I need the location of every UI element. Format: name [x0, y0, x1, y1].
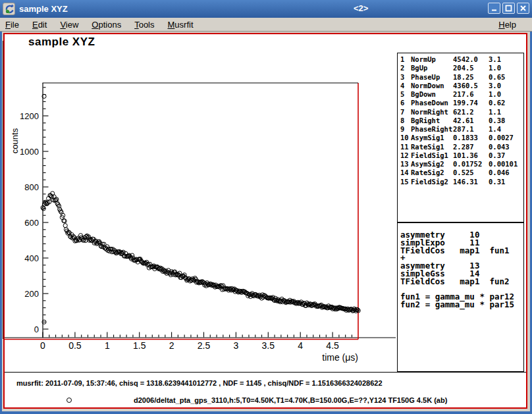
param-name: PhaseUp — [411, 73, 453, 82]
param-value: 621.2 — [453, 108, 489, 116]
param-row: 8BgRight42.610.38 — [400, 116, 523, 125]
param-name: NormDown — [411, 82, 453, 90]
param-row: 13AsymSig20.017520.00101 — [400, 160, 523, 168]
close-button[interactable] — [517, 3, 529, 14]
param-err: 0.31 — [489, 178, 523, 186]
menubar: FileEditViewOptionsToolsMusrfit Help — [0, 18, 532, 32]
param-no: 12 — [400, 151, 411, 160]
param-name: AsymSig2 — [411, 160, 453, 168]
param-err: 1.0 — [489, 64, 523, 72]
param-err: 0.37 — [489, 151, 523, 160]
param-row: 15FieldSig2146.310.31 — [400, 178, 523, 186]
x-tick-label: 4 — [298, 340, 303, 351]
theory-line: fun2 = gamma_mu * par15 — [400, 301, 523, 309]
maximize-button[interactable] — [502, 3, 515, 14]
param-value: 0.01752 — [453, 160, 489, 168]
param-row: 5BgDown217.61.0 — [400, 90, 523, 99]
app-icon — [3, 3, 15, 15]
y-tick-label: 1200 — [20, 111, 39, 121]
param-no: 4 — [400, 82, 411, 90]
param-row: 11RateSig12.2870.043 — [400, 143, 523, 151]
param-no: 11 — [400, 143, 411, 151]
param-err: 0.046 — [489, 168, 523, 177]
x-tick-label: 3 — [234, 340, 239, 351]
param-name: BgDown — [411, 90, 453, 99]
param-no: 6 — [400, 99, 411, 107]
menu-view[interactable]: View — [59, 18, 84, 31]
y-tick-label: 0 — [34, 324, 39, 334]
param-name: AsymSig1 — [411, 134, 453, 142]
param-value: 42.61 — [453, 116, 489, 125]
param-no: 8 — [400, 116, 411, 125]
legend-open-circle-icon — [66, 398, 72, 403]
param-no: 2 — [400, 64, 411, 72]
menu-musrfit[interactable]: Musrfit — [167, 18, 199, 31]
param-no: 3 — [400, 73, 411, 82]
param-err: 0.0027 — [489, 134, 523, 142]
param-value: 18.25 — [453, 73, 489, 82]
canvas-frame: sample XYZ 02004006008001000120000.511.5… — [2, 32, 530, 411]
info-pad-divider — [5, 372, 526, 373]
menu-options[interactable]: Options — [90, 18, 126, 31]
x-axis-title: time (μs) — [322, 352, 358, 363]
param-name: PhaseRight — [411, 125, 453, 134]
param-no: 10 — [400, 134, 411, 142]
y-tick-label: 800 — [24, 182, 39, 192]
param-row: 3PhaseUp18.250.65 — [400, 73, 523, 82]
param-no: 15 — [400, 178, 411, 186]
param-name: BgRight — [411, 116, 453, 125]
data-points — [41, 94, 360, 324]
param-row: 10AsymSig10.18330.0027 — [400, 134, 523, 142]
app-window: sample XYZ <2> FileEditViewOptionsToolsM… — [0, 0, 532, 414]
param-err: 0.38 — [489, 116, 523, 125]
x-tick-label: 0 — [40, 340, 45, 351]
param-err: 3.1 — [489, 55, 523, 64]
x-tick-label: 1.5 — [133, 340, 146, 351]
menu-edit[interactable]: Edit — [31, 18, 52, 31]
param-name: PhaseDown — [411, 99, 453, 107]
param-row: 6PhaseDown199.740.62 — [400, 99, 523, 107]
y-axis-title: counts — [10, 128, 20, 153]
theory-line: TFieldCos map1 fun1 — [400, 247, 523, 255]
param-no: 14 — [400, 168, 411, 177]
workspace-indicator: <2> — [354, 3, 368, 13]
x-tick-label: 4.5 — [326, 340, 339, 351]
titlebar[interactable]: sample XYZ <2> — [0, 0, 532, 18]
param-row: 7NormRight621.21.1 — [400, 108, 523, 116]
root-canvas[interactable]: sample XYZ 02004006008001000120000.511.5… — [3, 33, 527, 409]
param-name: NormRight — [411, 108, 453, 116]
param-value: 4542.0 — [453, 55, 489, 64]
param-err: 0.62 — [489, 99, 523, 107]
param-row: 14RateSig20.5250.046 — [400, 168, 523, 177]
theory-line: TFieldCos map1 fun2 — [400, 278, 523, 286]
param-err: 0.00101 — [489, 160, 523, 168]
param-err: 0.043 — [489, 143, 523, 151]
param-value: 287.1 — [453, 125, 489, 134]
param-value: 204.5 — [453, 64, 489, 72]
menu-help[interactable]: Help — [497, 18, 521, 31]
param-no: 9 — [400, 125, 411, 134]
y-tick-label: 400 — [24, 253, 39, 263]
param-no: 1 — [400, 55, 411, 64]
y-tick-label: 1000 — [20, 147, 39, 157]
x-tick-label: 2.5 — [198, 340, 211, 351]
param-value: 0.1833 — [453, 134, 489, 142]
theory-pad: asymmetry 10simplExpo 11TFieldCos map1 f… — [397, 222, 524, 372]
y-tick-label: 200 — [24, 289, 39, 299]
param-value: 199.74 — [453, 99, 489, 107]
menu-tools[interactable]: Tools — [133, 18, 159, 31]
param-row: 12FieldSig1101.360.37 — [400, 151, 523, 160]
minimize-button[interactable] — [488, 3, 500, 14]
param-row: 2BgUp204.51.0 — [400, 64, 523, 72]
param-err: 1.1 — [489, 108, 523, 116]
param-name: FieldSig1 — [411, 151, 453, 160]
fit-parameter-pad: 1NormUp4542.03.12BgUp204.51.03PhaseUp18.… — [397, 53, 524, 222]
param-value: 0.525 — [453, 168, 489, 177]
param-row: 4NormDown4360.53.0 — [400, 82, 523, 90]
menu-file[interactable]: File — [4, 18, 24, 31]
param-no: 5 — [400, 90, 411, 99]
x-tick-label: 3.5 — [262, 340, 275, 351]
legend-run-text: d2006/deltat_pta_gps_3110,h:5,T0=4.50K,T… — [134, 396, 447, 404]
param-value: 2.287 — [453, 143, 489, 151]
param-err: 1.0 — [489, 90, 523, 99]
